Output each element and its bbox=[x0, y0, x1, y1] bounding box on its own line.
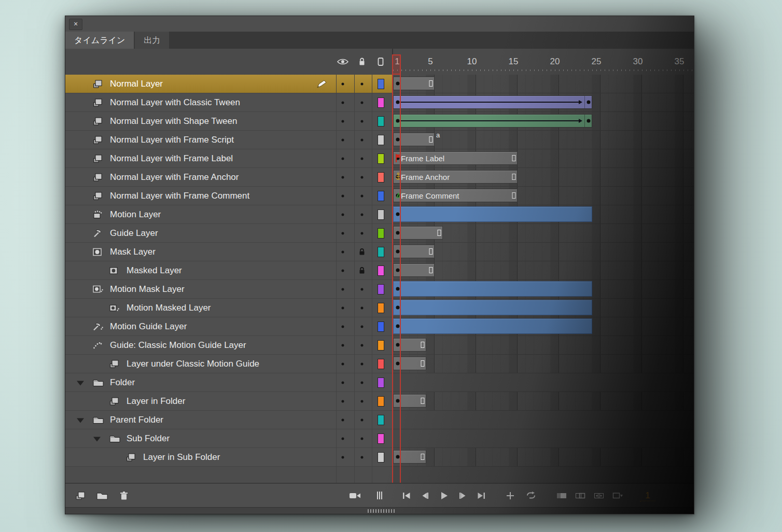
layer-color-swatch[interactable] bbox=[378, 247, 384, 257]
scrollbar-grip[interactable] bbox=[368, 509, 396, 513]
layer-frames[interactable] bbox=[393, 429, 694, 448]
edit-multiple-frames-button[interactable] bbox=[592, 489, 606, 502]
layer-lock-dot[interactable] bbox=[361, 120, 364, 122]
layer-visibility-dot[interactable] bbox=[342, 138, 344, 141]
new-folder-button[interactable] bbox=[95, 489, 109, 502]
layer-row[interactable]: Normal Layer with Frame LabelFrame Label bbox=[65, 149, 694, 168]
layer-row[interactable]: Normal Layer with Frame Scripta bbox=[65, 131, 694, 149]
layer-frames[interactable] bbox=[393, 317, 694, 336]
layer-visibility-dot[interactable] bbox=[342, 325, 344, 328]
layer-lock-dot[interactable] bbox=[361, 82, 364, 85]
go-to-last-frame-button[interactable] bbox=[474, 489, 488, 502]
layer-frames[interactable] bbox=[393, 373, 694, 392]
tab-timeline[interactable]: タイムライン bbox=[65, 32, 134, 49]
layer-frames[interactable] bbox=[393, 112, 694, 131]
layer-visibility-dot[interactable] bbox=[342, 344, 344, 346]
layer-lock-dot[interactable] bbox=[361, 381, 364, 384]
layer-visibility-dot[interactable] bbox=[342, 176, 344, 178]
layer-row[interactable]: Motion Masked Layer bbox=[65, 299, 694, 317]
tab-output[interactable]: 出力 bbox=[135, 32, 169, 49]
layer-color-swatch[interactable] bbox=[378, 116, 384, 127]
layer-color-swatch[interactable] bbox=[378, 415, 384, 425]
close-icon[interactable]: × bbox=[69, 19, 82, 30]
layer-color-swatch[interactable] bbox=[378, 303, 384, 313]
layer-frames[interactable]: Frame Comment bbox=[393, 187, 694, 205]
layer-color-swatch[interactable] bbox=[378, 153, 384, 164]
layer-visibility-dot[interactable] bbox=[342, 120, 344, 122]
layer-visibility-dot[interactable] bbox=[342, 362, 344, 365]
layer-depth-button[interactable] bbox=[373, 489, 386, 502]
new-layer-button[interactable] bbox=[74, 489, 87, 502]
frame-span[interactable] bbox=[393, 450, 426, 464]
frame-span[interactable] bbox=[393, 245, 435, 258]
playhead[interactable] bbox=[392, 54, 401, 75]
frame-span[interactable] bbox=[393, 77, 435, 90]
layer-row[interactable]: Parent Folder bbox=[65, 411, 694, 429]
modify-markers-button[interactable] bbox=[611, 489, 624, 502]
frame-span[interactable]: Frame Anchor bbox=[393, 170, 518, 184]
layer-row[interactable]: Layer in Folder bbox=[65, 392, 694, 411]
layer-lock-dot[interactable] bbox=[361, 418, 364, 421]
layer-color-swatch[interactable] bbox=[378, 209, 384, 220]
folder-disclosure-triangle[interactable] bbox=[77, 418, 84, 423]
shape-tween-span[interactable] bbox=[393, 114, 592, 128]
layer-row[interactable]: Masked Layer bbox=[65, 261, 694, 280]
layer-lock-dot[interactable] bbox=[361, 306, 364, 309]
layer-row[interactable]: Normal Layer bbox=[65, 75, 694, 93]
layer-frames[interactable] bbox=[393, 299, 694, 317]
layer-lock-dot[interactable] bbox=[361, 213, 364, 216]
layer-lock-dot[interactable] bbox=[361, 157, 364, 160]
layer-visibility-dot[interactable] bbox=[342, 101, 344, 104]
layer-frames[interactable]: a bbox=[393, 131, 694, 149]
delete-button[interactable] bbox=[117, 489, 131, 502]
layer-row[interactable]: Motion Layer bbox=[65, 205, 694, 224]
layer-lock-dot[interactable] bbox=[361, 456, 364, 458]
layer-visibility-dot[interactable] bbox=[342, 288, 344, 290]
layer-color-swatch[interactable] bbox=[378, 191, 384, 201]
layer-lock-dot[interactable] bbox=[361, 400, 364, 402]
layer-frames[interactable] bbox=[393, 411, 694, 429]
layer-frames[interactable]: Frame Anchor bbox=[393, 168, 694, 187]
layer-row[interactable]: Guide Layer bbox=[65, 224, 694, 243]
layer-frames[interactable] bbox=[393, 75, 694, 93]
layer-frames[interactable] bbox=[393, 205, 694, 224]
layer-color-swatch[interactable] bbox=[378, 135, 384, 145]
layer-color-swatch[interactable] bbox=[378, 377, 384, 388]
layer-frames[interactable] bbox=[393, 355, 694, 373]
motion-span[interactable] bbox=[393, 281, 592, 297]
layer-lock-dot[interactable] bbox=[361, 288, 364, 290]
layer-lock-dot[interactable] bbox=[361, 437, 364, 440]
layer-frames[interactable] bbox=[393, 243, 694, 261]
layer-frames[interactable] bbox=[393, 448, 694, 467]
onion-skin-outlines-button[interactable] bbox=[574, 489, 587, 502]
play-button[interactable] bbox=[437, 489, 451, 502]
outline-column-icon[interactable] bbox=[378, 58, 384, 66]
layer-lock-dot[interactable] bbox=[361, 194, 364, 197]
layer-lock-dot[interactable] bbox=[361, 232, 364, 234]
layer-color-swatch[interactable] bbox=[378, 79, 384, 89]
layer-frames[interactable] bbox=[393, 93, 694, 112]
layer-frames[interactable] bbox=[393, 392, 694, 411]
folder-disclosure-triangle[interactable] bbox=[77, 381, 84, 385]
layer-color-swatch[interactable] bbox=[378, 396, 384, 407]
onion-skin-button[interactable] bbox=[555, 489, 568, 502]
layer-color-swatch[interactable] bbox=[378, 172, 384, 183]
layer-lock-icon[interactable] bbox=[359, 267, 366, 274]
layer-row[interactable]: Motion Guide Layer bbox=[65, 317, 694, 336]
layer-visibility-dot[interactable] bbox=[342, 400, 344, 402]
motion-span[interactable] bbox=[393, 206, 592, 222]
layer-row[interactable]: Normal Layer with Classic Tween bbox=[65, 93, 694, 112]
layer-lock-dot[interactable] bbox=[361, 325, 364, 328]
add-camera-button[interactable] bbox=[348, 489, 361, 502]
visibility-column-icon[interactable] bbox=[337, 58, 349, 66]
step-forward-button[interactable] bbox=[456, 489, 469, 502]
layer-frames[interactable] bbox=[393, 336, 694, 355]
current-frame-number[interactable]: 1 bbox=[640, 490, 655, 501]
layer-row[interactable]: Normal Layer with Frame CommentFrame Com… bbox=[65, 187, 694, 205]
layer-color-swatch[interactable] bbox=[378, 433, 384, 444]
frame-span[interactable] bbox=[393, 394, 426, 408]
center-frame-button[interactable] bbox=[504, 489, 517, 502]
layer-color-swatch[interactable] bbox=[378, 97, 384, 108]
layer-row[interactable]: Layer in Sub Folder bbox=[65, 448, 694, 467]
folder-disclosure-triangle[interactable] bbox=[93, 437, 101, 441]
